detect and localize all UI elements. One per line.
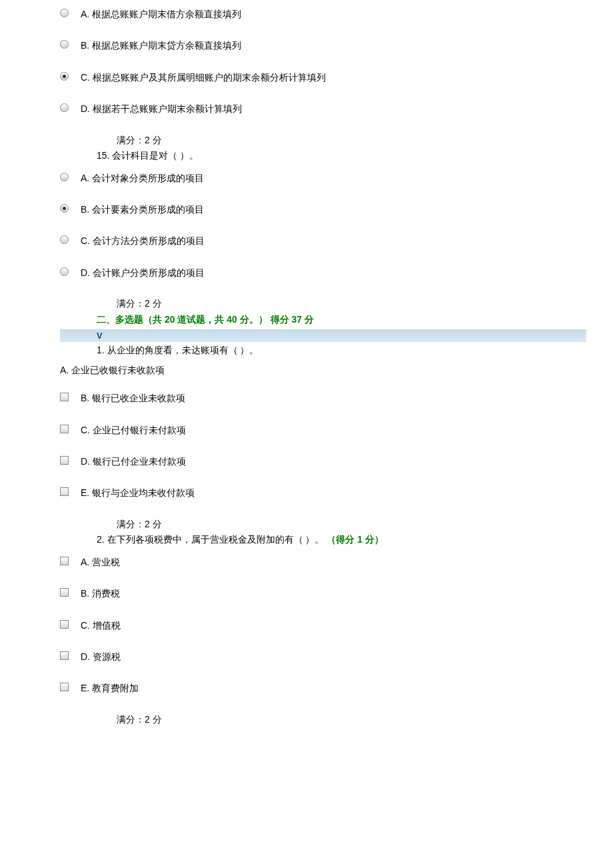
mq2-opt-d[interactable]: D. 资源税 <box>60 649 586 664</box>
mq2-opt-c[interactable]: C. 增值税 <box>60 618 586 633</box>
radio-icon[interactable] <box>60 173 69 181</box>
option-text: B. 消费税 <box>81 586 120 601</box>
mq2-opt-a[interactable]: A. 营业税 <box>60 555 586 569</box>
radio-icon[interactable] <box>60 235 69 244</box>
option-text: A. 营业税 <box>81 555 120 569</box>
mq2-score: 满分：2 分 <box>60 713 586 727</box>
q15-question: 15. 会计科目是对（ ）。 <box>60 149 586 163</box>
checkbox-icon[interactable] <box>60 393 69 401</box>
mq1-opt-b[interactable]: B. 银行已收企业未收款项 <box>60 391 586 405</box>
radio-icon[interactable] <box>60 9 69 17</box>
option-text: B. 会计要素分类所形成的项目 <box>81 202 204 217</box>
radio-icon-selected[interactable] <box>60 204 69 213</box>
option-text: A. 根据总账账户期末借方余额直接填列 <box>81 7 241 21</box>
checkbox-icon[interactable] <box>60 425 69 433</box>
q14-opt-a[interactable]: A. 根据总账账户期末借方余额直接填列 <box>60 7 586 21</box>
option-text: D. 会计账户分类所形成的项目 <box>81 265 205 280</box>
section2-title: 二、多选题（共 20 道试题，共 40 分。） 得分 37 分 <box>60 312 586 328</box>
option-text: D. 资源税 <box>81 649 121 664</box>
checkbox-icon[interactable] <box>60 588 69 597</box>
option-text: D. 银行已付企业未付款项 <box>81 454 186 469</box>
mq1-question: 1. 从企业的角度看，未达账项有（ ）。 <box>60 343 586 357</box>
section2-v: V <box>60 329 586 342</box>
mq1-opt-a: A. 企业已收银行未收款项 <box>0 363 613 377</box>
checkbox-icon[interactable] <box>60 557 69 565</box>
checkbox-icon[interactable] <box>60 651 69 660</box>
option-text: E. 银行与企业均未收付款项 <box>81 485 195 500</box>
option-text: C. 企业已付银行未付款项 <box>81 423 186 437</box>
mq1-opt-e[interactable]: E. 银行与企业均未收付款项 <box>60 485 586 500</box>
q14-opt-b[interactable]: B. 根据总账账户期末贷方余额直接填列 <box>60 38 586 53</box>
radio-icon[interactable] <box>60 40 69 49</box>
checkbox-icon[interactable] <box>60 683 69 691</box>
q15-opt-a[interactable]: A. 会计对象分类所形成的项目 <box>60 171 586 185</box>
option-text: B. 银行已收企业未收款项 <box>81 391 185 405</box>
mq2-opt-b[interactable]: B. 消费税 <box>60 586 586 601</box>
q15-opt-b[interactable]: B. 会计要素分类所形成的项目 <box>60 202 586 217</box>
radio-icon-selected[interactable] <box>60 72 69 81</box>
mq1-score: 满分：2 分 <box>60 517 586 531</box>
q15-opt-d[interactable]: D. 会计账户分类所形成的项目 <box>60 265 586 280</box>
option-text: A. 会计对象分类所形成的项目 <box>81 171 204 185</box>
mq1-opt-c[interactable]: C. 企业已付银行未付款项 <box>60 423 586 437</box>
q15-score: 满分：2 分 <box>60 297 586 311</box>
option-text: C. 增值税 <box>81 618 121 633</box>
option-text: C. 会计方法分类所形成的项目 <box>81 233 205 248</box>
radio-icon[interactable] <box>60 267 69 276</box>
checkbox-icon[interactable] <box>60 487 69 496</box>
mq2-opt-e[interactable]: E. 教育费附加 <box>60 681 586 695</box>
q14-opt-c[interactable]: C. 根据总账账户及其所属明细账户的期末余额分析计算填列 <box>60 70 586 85</box>
radio-icon[interactable] <box>60 103 69 112</box>
mq2-question: 2. 在下列各项税费中，属于营业税金及附加的有（ ）。 （得分 1 分） <box>60 533 586 547</box>
q14-opt-d[interactable]: D. 根据若干总账账户期末余额计算填列 <box>60 101 586 116</box>
mq1-opt-d[interactable]: D. 银行已付企业未付款项 <box>60 454 586 469</box>
q14-score: 满分：2 分 <box>60 133 586 147</box>
option-text: D. 根据若干总账账户期末余额计算填列 <box>81 101 242 116</box>
checkbox-icon[interactable] <box>60 620 69 629</box>
option-text: C. 根据总账账户及其所属明细账户的期末余额分析计算填列 <box>81 70 326 85</box>
checkbox-icon[interactable] <box>60 456 69 465</box>
option-text: B. 根据总账账户期末贷方余额直接填列 <box>81 38 241 53</box>
option-text: E. 教育费附加 <box>81 681 139 695</box>
q15-opt-c[interactable]: C. 会计方法分类所形成的项目 <box>60 233 586 248</box>
